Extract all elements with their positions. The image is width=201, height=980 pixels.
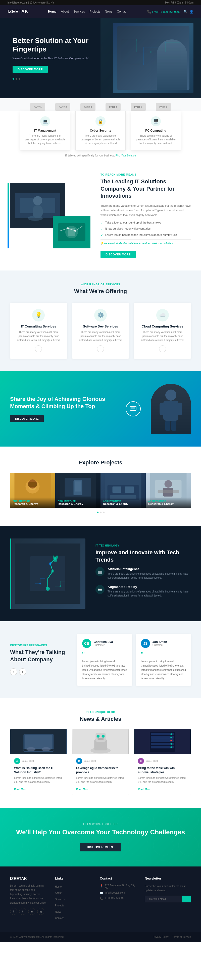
news-img-1 bbox=[10, 729, 67, 754]
testimonial-next-button[interactable]: › bbox=[19, 668, 26, 675]
cta-button[interactable]: DISCOVER MORE bbox=[80, 843, 121, 851]
quote-mark-2: " bbox=[141, 651, 186, 658]
footer-description: Lorem Ipsum is simply dummy text of the … bbox=[10, 883, 48, 905]
footer-terms-link[interactable]: Terms of Service bbox=[172, 935, 191, 938]
testimonial-card-2: JS Jon Smith Customer " Lorem ipsum to b… bbox=[136, 634, 191, 686]
navbar-right: 📞 Free: +1 800-666-0000 🔍 👤 bbox=[147, 10, 193, 14]
project-item-3[interactable]: Architecture Research & Energy bbox=[100, 473, 146, 508]
nav-about[interactable]: About bbox=[61, 10, 69, 13]
partner-logo-1: PART 1 bbox=[30, 103, 45, 111]
footer-link-about[interactable]: About bbox=[55, 892, 62, 894]
partner-logo-4: PART 4 bbox=[105, 103, 121, 111]
news-content-2: B Jan 4, 2024 Leverage agile frameworks … bbox=[72, 754, 129, 795]
nav-services[interactable]: Services bbox=[73, 10, 85, 13]
proj-dot-3[interactable] bbox=[103, 512, 105, 513]
footer-link-projects[interactable]: Projects bbox=[55, 904, 64, 907]
project-overlay-2: Architecture Research & Energy bbox=[55, 497, 100, 508]
svg-point-72 bbox=[171, 737, 172, 738]
svg-point-2 bbox=[164, 42, 166, 43]
footer-about-col: IZEETAK Lorem Ipsum is simply dummy text… bbox=[10, 877, 48, 922]
about-cta-button[interactable]: DISCOVER MORE bbox=[100, 251, 136, 258]
testimonial-info-2: Jon Smith Customer bbox=[153, 640, 167, 646]
svg-rect-35 bbox=[113, 487, 121, 493]
proj-dot-2[interactable] bbox=[100, 512, 102, 513]
news-content-3: C Jan 4, 2024 Bring to the table win-win… bbox=[134, 754, 191, 795]
check-icon-1: ✓ bbox=[100, 221, 103, 224]
hero-dot-3[interactable] bbox=[19, 78, 20, 80]
hero-dot-2[interactable] bbox=[16, 78, 18, 80]
tech-img-inner bbox=[10, 538, 85, 609]
trusted-link[interactable]: Find Your Solution bbox=[116, 154, 136, 157]
social-linkedin[interactable]: in bbox=[28, 908, 35, 915]
project-item-1[interactable]: Architecture Research & Energy bbox=[10, 473, 55, 508]
testimonial-left: Customers Feedbacks What They're Talking… bbox=[10, 644, 67, 675]
hero-cta-button[interactable]: DISCOVER MORE bbox=[13, 66, 48, 73]
social-twitter[interactable]: t bbox=[19, 908, 26, 915]
social-instagram[interactable]: ig bbox=[37, 908, 44, 915]
news-read-more-1[interactable]: Read More bbox=[14, 788, 27, 791]
testimonial-author-2: JS Jon Smith Customer bbox=[141, 639, 186, 648]
banner-person-inner bbox=[151, 384, 191, 434]
nav-home[interactable]: Home bbox=[48, 10, 56, 13]
news-date-2: Jan 4, 2024 bbox=[84, 760, 96, 762]
partner-logo-2: PART 2 bbox=[55, 103, 70, 111]
cta-section: Let's Work Together We'll Help You Overc… bbox=[0, 808, 201, 867]
tech-content: IT Technology Improve and Innovate with … bbox=[96, 544, 191, 603]
footer-phone: 📞 +1 800-666-0000 bbox=[100, 897, 137, 900]
project-name-2: Research & Energy bbox=[58, 502, 98, 505]
about-description: There are many variations of Lorem Ipsum… bbox=[100, 204, 191, 218]
about-check-1: ✓ Take a look at our round up of the bes… bbox=[100, 221, 191, 225]
testimonial-prev-button[interactable]: ‹ bbox=[10, 668, 17, 675]
offer-arrow-software[interactable]: → bbox=[97, 345, 104, 352]
footer-link-news[interactable]: News bbox=[55, 910, 61, 913]
projects-title: Explore Projects bbox=[10, 459, 191, 466]
news-content-1: A Jan 4, 2024 What is Holding Back the I… bbox=[10, 754, 67, 795]
footer-newsletter-desc: Subscribe to our newsletter for latest u… bbox=[145, 884, 191, 892]
newsletter-input[interactable] bbox=[145, 896, 182, 902]
footer-link-services[interactable]: Services bbox=[55, 898, 65, 900]
banner-cta-button[interactable]: DISCOVER MORE bbox=[10, 415, 44, 422]
nav-news[interactable]: News bbox=[105, 10, 112, 13]
footer-link-contact[interactable]: Contact bbox=[55, 917, 64, 920]
news-author-3: C bbox=[138, 758, 144, 764]
tech-sub: IT Technology bbox=[96, 544, 191, 547]
partner-logo-5: PART 5 bbox=[131, 103, 146, 111]
news-article-title-2: Leverage agile frameworks to provide a bbox=[76, 766, 125, 775]
quote-mark-1: " bbox=[82, 651, 127, 658]
news-read-more-2[interactable]: Read More bbox=[76, 788, 89, 791]
service-card-pc-desc: There are many variations of passages of… bbox=[136, 134, 175, 145]
newsletter-submit-button[interactable]: → bbox=[182, 896, 191, 902]
user-icon[interactable]: 👤 bbox=[190, 10, 193, 14]
nav-projects[interactable]: Projects bbox=[89, 10, 100, 13]
news-read-more-3[interactable]: Read More bbox=[138, 788, 151, 791]
service-cards: 💻 IT Management There are many variation… bbox=[10, 111, 191, 150]
svg-point-45 bbox=[46, 587, 50, 591]
social-facebook[interactable]: f bbox=[10, 908, 17, 915]
search-icon[interactable]: 🔍 bbox=[183, 10, 187, 14]
project-item-2[interactable]: Architecture Research & Energy bbox=[55, 473, 100, 508]
footer-link-home[interactable]: Home bbox=[55, 885, 62, 888]
footer-privacy-link[interactable]: Privacy Policy bbox=[153, 935, 168, 938]
project-item-4[interactable]: Architecture Research & Energy bbox=[146, 473, 191, 508]
news-img-2 bbox=[72, 729, 129, 754]
banner-device-icon bbox=[129, 405, 137, 413]
banner-person-svg bbox=[158, 386, 183, 431]
svg-point-40 bbox=[164, 480, 172, 488]
testimonial-sub: Customers Feedbacks bbox=[10, 644, 67, 647]
brand-logo[interactable]: IZEETAK bbox=[8, 9, 29, 14]
hero-dot-1[interactable] bbox=[13, 78, 14, 80]
proj-dot-1[interactable] bbox=[97, 512, 99, 513]
testimonial-avatar-2: JS bbox=[141, 639, 150, 648]
nav-contact[interactable]: Contact bbox=[117, 10, 127, 13]
hero-title: Better Solution at Your Fingertips bbox=[13, 37, 103, 53]
testimonial-title: What They're Talking About Company bbox=[10, 649, 67, 663]
offer-arrow-cloud[interactable]: → bbox=[159, 345, 166, 352]
service-card-cyber-title: Cyber Security bbox=[81, 129, 120, 132]
topbar-right: Mon-Fri 9:00am - 5:00pm bbox=[165, 1, 193, 4]
offer-arrow-consulting[interactable]: → bbox=[35, 345, 42, 352]
news-article-text-1: Lorem ipsum to bring forward trained lis… bbox=[14, 776, 63, 784]
svg-point-49 bbox=[40, 583, 41, 584]
footer-logo: IZEETAK bbox=[10, 877, 48, 881]
svg-point-0 bbox=[136, 39, 137, 41]
logo-second: TAK bbox=[19, 9, 29, 14]
